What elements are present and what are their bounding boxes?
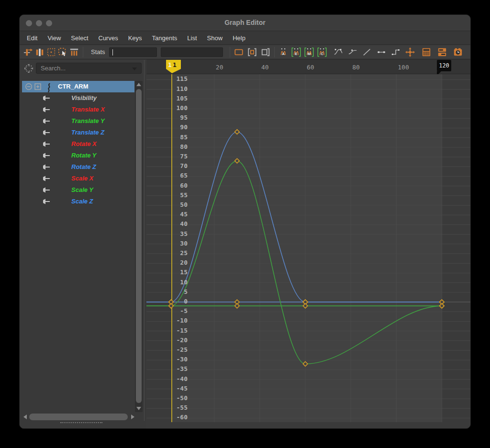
range-end-marker[interactable]: 120 xyxy=(437,60,451,71)
channel-row-scale-y[interactable]: Scale Y xyxy=(22,184,134,196)
trax-editor-icon[interactable] xyxy=(436,46,448,58)
tree-vertical-scrollbar[interactable] xyxy=(135,81,143,412)
menu-list[interactable]: List xyxy=(187,34,197,42)
ruler-tick-60: 60 xyxy=(307,64,314,71)
channel-label: Visibility xyxy=(71,94,97,101)
channel-label: Scale Y xyxy=(71,186,93,193)
menu-curves[interactable]: Curves xyxy=(99,34,118,42)
vertical-scroll-thumb[interactable] xyxy=(136,89,142,403)
move-key-tool-icon[interactable] xyxy=(22,46,34,58)
pin-selection-icon[interactable] xyxy=(24,64,33,73)
tree-node-ctr-arm[interactable]: CTR_ARM xyxy=(22,81,134,92)
curve-plug-icon[interactable] xyxy=(41,129,51,136)
channel-row-translate-x[interactable]: Translate X xyxy=(22,104,134,115)
spline-tangent-icon[interactable] xyxy=(333,46,344,58)
channel-label: Scale X xyxy=(71,175,93,182)
stats-value-field[interactable] xyxy=(161,47,223,57)
channel-row-scale-z[interactable]: Scale Z xyxy=(22,196,134,207)
panel-splitter[interactable] xyxy=(144,60,145,421)
frame-all-icon[interactable] xyxy=(233,46,245,58)
move-nearest-key-icon[interactable] xyxy=(404,46,416,58)
expand-icon[interactable] xyxy=(34,83,42,90)
menu-keys[interactable]: Keys xyxy=(128,34,142,42)
title-bar[interactable]: Graph Editor xyxy=(20,15,470,31)
ruler-tick-100: 100 xyxy=(398,64,409,71)
curve-plot-area[interactable]: 1151101051009590858075706560555045403530… xyxy=(146,74,471,422)
lattice-deform-keys-icon[interactable] xyxy=(45,46,57,58)
clamped-tangent-icon[interactable] xyxy=(347,46,358,58)
channel-row-translate-z[interactable]: Translate Z xyxy=(22,127,134,138)
channel-sidebar: CTR_ARM VisibilityTranslate XTranslate Y… xyxy=(20,59,146,429)
menu-select[interactable]: Select xyxy=(71,34,88,42)
graph-editor-window: Graph Editor EditViewSelectCurvesKeysTan… xyxy=(19,14,471,429)
window-title: Graph Editor xyxy=(20,19,470,26)
ease-tangent-icon[interactable]: E xyxy=(290,46,302,58)
channel-row-translate-y[interactable]: Translate Y xyxy=(22,115,134,127)
menu-show[interactable]: Show xyxy=(207,34,223,42)
dope-sheet-icon[interactable] xyxy=(421,46,432,58)
curve-plug-icon[interactable] xyxy=(41,152,51,159)
curve-plug-icon[interactable] xyxy=(41,164,51,170)
ruler-tick-20: 20 xyxy=(216,64,223,71)
panel-resize-handle[interactable] xyxy=(60,422,102,423)
svg-text:M: M xyxy=(307,52,311,56)
scroll-down-icon[interactable] xyxy=(136,407,141,410)
horizontal-scroll-thumb[interactable] xyxy=(29,414,128,420)
anim-curve-icon xyxy=(46,83,52,90)
search-field[interactable] xyxy=(36,63,142,74)
svg-text:C: C xyxy=(321,52,323,56)
menu-tangents[interactable]: Tangents xyxy=(152,34,178,42)
time-ruler[interactable]: 1 1 120 20406080100 xyxy=(146,59,471,74)
curve-plug-icon[interactable] xyxy=(41,175,51,182)
curvature-tangent-icon[interactable]: C xyxy=(316,46,328,58)
scroll-up-icon[interactable] xyxy=(136,83,141,86)
frame-playback-range-icon[interactable] xyxy=(260,46,271,58)
search-input[interactable] xyxy=(36,63,141,73)
channel-label: Scale Z xyxy=(71,198,93,205)
channel-label: Translate X xyxy=(71,106,105,113)
linear-tangent-icon[interactable] xyxy=(361,46,373,58)
stats-frame-input[interactable] xyxy=(110,48,156,56)
channel-row-rotate-x[interactable]: Rotate X xyxy=(22,138,134,150)
frame-selection-icon[interactable] xyxy=(246,46,258,58)
region-select-keys-icon[interactable] xyxy=(57,46,68,58)
channel-label: Rotate Z xyxy=(71,163,96,170)
menu-edit[interactable]: Edit xyxy=(27,34,37,42)
step-tangent-icon[interactable] xyxy=(390,46,401,58)
mixed-tangent-icon[interactable]: M xyxy=(303,46,315,58)
curve-plug-icon[interactable] xyxy=(41,95,51,101)
time-editor-icon[interactable] xyxy=(452,46,464,58)
node-label: CTR_ARM xyxy=(58,83,89,90)
tree-horizontal-scrollbar[interactable] xyxy=(23,413,134,421)
toolbar-separator xyxy=(83,47,83,57)
menu-view[interactable]: View xyxy=(47,34,61,42)
playback-range-background xyxy=(171,74,442,422)
stats-frame-field[interactable] xyxy=(109,47,157,57)
search-dropdown-icon[interactable] xyxy=(132,67,137,70)
scroll-right-icon[interactable] xyxy=(131,414,134,419)
stats-label: Stats xyxy=(91,48,105,56)
collapse-icon[interactable] xyxy=(25,83,33,90)
channel-label: Translate Z xyxy=(71,129,104,136)
scroll-left-icon[interactable] xyxy=(23,414,27,419)
channel-label: Translate Y xyxy=(71,117,105,124)
channel-row-scale-x[interactable]: Scale X xyxy=(22,173,134,184)
insert-key-tool-icon[interactable] xyxy=(34,46,45,58)
curve-plug-icon[interactable] xyxy=(41,118,51,124)
stats-value-input[interactable] xyxy=(161,48,223,56)
flat-tangent-icon[interactable] xyxy=(376,46,387,58)
graph-view: 1 1 120 20406080100 11511010510095908580… xyxy=(146,59,471,429)
auto-tangent-icon[interactable]: A xyxy=(278,46,289,58)
channel-row-rotate-y[interactable]: Rotate Y xyxy=(22,150,134,161)
curve-plug-icon[interactable] xyxy=(41,106,51,113)
retime-tool-icon[interactable] xyxy=(68,46,80,58)
channel-row-rotate-z[interactable]: Rotate Z xyxy=(22,161,134,173)
channel-row-visibility[interactable]: Visibility xyxy=(22,92,134,104)
menu-help[interactable]: Help xyxy=(233,34,245,42)
curve-plug-icon[interactable] xyxy=(41,198,51,205)
toolbar-separator xyxy=(274,47,275,57)
curve-plug-icon[interactable] xyxy=(41,141,51,147)
svg-text:E: E xyxy=(295,52,297,56)
curve-plug-icon[interactable] xyxy=(41,187,51,193)
svg-text:A: A xyxy=(282,52,285,56)
